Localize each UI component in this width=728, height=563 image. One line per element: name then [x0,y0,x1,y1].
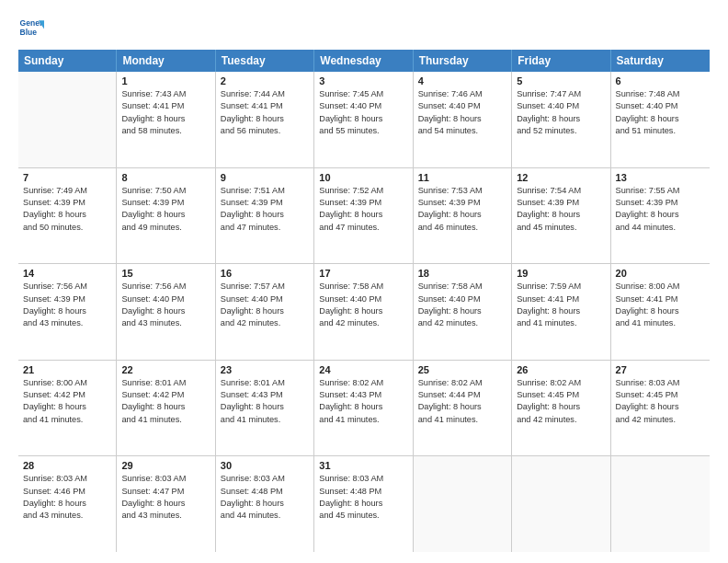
sunset-text: Sunset: 4:47 PM [121,486,210,498]
calendar-cell [414,456,512,552]
daylight-text-line2: and 50 minutes. [23,222,111,234]
calendar-cell: 16Sunrise: 7:57 AMSunset: 4:40 PMDayligh… [216,264,314,360]
calendar-cell: 23Sunrise: 8:01 AMSunset: 4:43 PMDayligh… [216,361,314,456]
calendar-week-1: 1Sunrise: 7:43 AMSunset: 4:41 PMDaylight… [18,72,710,168]
sunrise-text: Sunrise: 7:52 AM [319,185,407,197]
day-number: 22 [121,364,210,375]
daylight-text-line1: Daylight: 8 hours [616,209,705,221]
sunset-text: Sunset: 4:40 PM [319,293,407,305]
daylight-text-line1: Daylight: 8 hours [517,113,605,125]
sunset-text: Sunset: 4:39 PM [221,197,309,209]
sunrise-text: Sunrise: 8:03 AM [319,473,407,485]
sunrise-text: Sunrise: 7:45 AM [319,88,407,100]
sunrise-text: Sunrise: 7:49 AM [23,185,111,197]
day-number: 5 [517,75,605,86]
calendar-cell: 14Sunrise: 7:56 AMSunset: 4:39 PMDayligh… [18,264,117,360]
sunset-text: Sunset: 4:39 PM [319,197,407,209]
day-number: 14 [23,268,111,279]
sunrise-text: Sunrise: 7:55 AM [616,185,705,197]
daylight-text-line1: Daylight: 8 hours [616,401,705,413]
sunrise-text: Sunrise: 7:51 AM [221,185,309,197]
daylight-text-line2: and 42 minutes. [319,317,407,329]
daylight-text-line2: and 58 minutes. [121,125,210,137]
daylight-text-line2: and 46 minutes. [418,222,506,234]
day-number: 24 [319,364,407,375]
calendar-cell: 27Sunrise: 8:03 AMSunset: 4:45 PMDayligh… [611,361,710,456]
sunset-text: Sunset: 4:43 PM [221,389,309,401]
daylight-text-line2: and 43 minutes. [23,317,111,329]
daylight-text-line2: and 52 minutes. [517,125,605,137]
sunrise-text: Sunrise: 8:01 AM [221,377,309,389]
daylight-text-line2: and 56 minutes. [221,125,309,137]
daylight-text-line1: Daylight: 8 hours [616,113,705,125]
sunrise-text: Sunrise: 7:58 AM [418,281,506,293]
daylight-text-line2: and 51 minutes. [616,125,705,137]
sunset-text: Sunset: 4:39 PM [23,293,111,305]
daylight-text-line1: Daylight: 8 hours [418,113,506,125]
daylight-text-line2: and 42 minutes. [418,317,506,329]
calendar-cell: 25Sunrise: 8:02 AMSunset: 4:44 PMDayligh… [414,361,512,456]
calendar-cell: 31Sunrise: 8:03 AMSunset: 4:48 PMDayligh… [314,456,413,552]
sunrise-text: Sunrise: 7:59 AM [517,281,605,293]
sunset-text: Sunset: 4:40 PM [418,100,506,112]
page-header: General Blue [18,15,710,40]
calendar-week-2: 7Sunrise: 7:49 AMSunset: 4:39 PMDaylight… [18,168,710,265]
daylight-text-line2: and 41 minutes. [319,414,407,426]
sunset-text: Sunset: 4:43 PM [319,389,407,401]
sunset-text: Sunset: 4:40 PM [418,293,506,305]
calendar-cell: 3Sunrise: 7:45 AMSunset: 4:40 PMDaylight… [314,72,413,167]
sunrise-text: Sunrise: 8:00 AM [23,377,111,389]
sunset-text: Sunset: 4:45 PM [517,389,605,401]
calendar-cell: 13Sunrise: 7:55 AMSunset: 4:39 PMDayligh… [611,168,710,264]
daylight-text-line1: Daylight: 8 hours [121,401,210,413]
calendar-cell [512,456,610,552]
sunrise-text: Sunrise: 8:03 AM [221,473,309,485]
day-number: 28 [23,460,111,471]
day-number: 25 [418,364,506,375]
sunset-text: Sunset: 4:41 PM [517,293,605,305]
day-number: 27 [616,364,705,375]
day-header-tuesday: Tuesday [216,50,314,72]
day-number: 19 [517,268,605,279]
daylight-text-line1: Daylight: 8 hours [418,305,506,317]
day-number: 13 [616,172,705,183]
daylight-text-line1: Daylight: 8 hours [23,498,111,510]
daylight-text-line1: Daylight: 8 hours [319,401,407,413]
daylight-text-line2: and 45 minutes. [319,510,407,522]
sunset-text: Sunset: 4:41 PM [221,100,309,112]
day-number: 20 [616,268,705,279]
sunset-text: Sunset: 4:41 PM [616,293,705,305]
calendar-cell: 11Sunrise: 7:53 AMSunset: 4:39 PMDayligh… [414,168,512,264]
calendar-cell: 29Sunrise: 8:03 AMSunset: 4:47 PMDayligh… [117,456,215,552]
sunset-text: Sunset: 4:41 PM [121,100,210,112]
sunrise-text: Sunrise: 7:53 AM [418,185,506,197]
calendar-cell: 12Sunrise: 7:54 AMSunset: 4:39 PMDayligh… [512,168,610,264]
calendar-cell: 2Sunrise: 7:44 AMSunset: 4:41 PMDaylight… [216,72,314,167]
logo: General Blue [18,15,48,40]
day-number: 17 [319,268,407,279]
calendar-cell: 7Sunrise: 7:49 AMSunset: 4:39 PMDaylight… [18,168,117,264]
day-number: 30 [221,460,309,471]
calendar-body: 1Sunrise: 7:43 AMSunset: 4:41 PMDaylight… [18,72,710,552]
daylight-text-line1: Daylight: 8 hours [418,401,506,413]
calendar-cell: 1Sunrise: 7:43 AMSunset: 4:41 PMDaylight… [117,72,215,167]
sunset-text: Sunset: 4:40 PM [517,100,605,112]
sunset-text: Sunset: 4:42 PM [23,389,111,401]
calendar-cell: 21Sunrise: 8:00 AMSunset: 4:42 PMDayligh… [18,361,117,456]
sunrise-text: Sunrise: 7:58 AM [319,281,407,293]
sunrise-text: Sunrise: 7:56 AM [23,281,111,293]
sunrise-text: Sunrise: 7:44 AM [221,88,309,100]
calendar-week-4: 21Sunrise: 8:00 AMSunset: 4:42 PMDayligh… [18,361,710,457]
day-number: 16 [221,268,309,279]
calendar-cell: 5Sunrise: 7:47 AMSunset: 4:40 PMDaylight… [512,72,610,167]
sunset-text: Sunset: 4:48 PM [221,486,309,498]
sunrise-text: Sunrise: 7:56 AM [121,281,210,293]
sunset-text: Sunset: 4:46 PM [23,486,111,498]
calendar-header: SundayMondayTuesdayWednesdayThursdayFrid… [18,50,710,72]
sunrise-text: Sunrise: 8:02 AM [517,377,605,389]
sunrise-text: Sunrise: 7:54 AM [517,185,605,197]
daylight-text-line1: Daylight: 8 hours [616,305,705,317]
calendar-cell: 30Sunrise: 8:03 AMSunset: 4:48 PMDayligh… [216,456,314,552]
daylight-text-line1: Daylight: 8 hours [517,401,605,413]
calendar-cell: 6Sunrise: 7:48 AMSunset: 4:40 PMDaylight… [611,72,710,167]
